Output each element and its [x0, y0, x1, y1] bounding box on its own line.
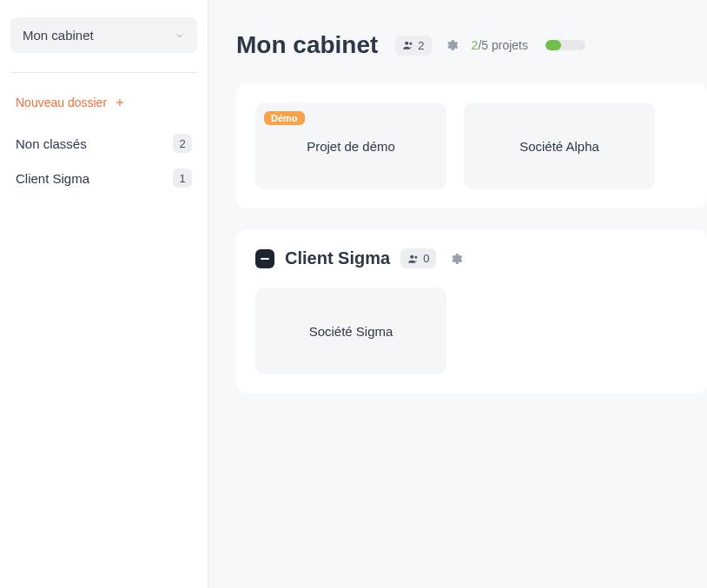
section-header: Client Sigma 0	[255, 248, 688, 268]
folder-collapse-icon[interactable]	[255, 249, 274, 268]
svg-point-2	[406, 42, 409, 45]
workspace-name: Mon cabinet	[23, 28, 94, 43]
header-meta: 2 2 / 5 projets	[395, 36, 585, 56]
main-content: Mon cabinet 2 2 / 5 projets Démo Projet	[208, 0, 707, 588]
new-folder-button[interactable]: Nouveau dossier	[10, 92, 197, 113]
minus-icon	[261, 258, 269, 260]
member-count: 2	[418, 39, 424, 52]
users-icon	[407, 253, 420, 265]
chevron-down-icon	[175, 30, 185, 41]
folder-count-badge: 1	[173, 168, 192, 188]
usage-progress-bar	[545, 40, 585, 50]
section-member-chip[interactable]: 0	[400, 248, 436, 268]
usage-total: 5 projets	[481, 38, 528, 52]
section-settings-button[interactable]	[446, 249, 466, 268]
section-title: Client Sigma	[285, 248, 390, 268]
workspace-selector[interactable]: Mon cabinet	[10, 17, 197, 53]
project-usage: 2 / 5 projets	[472, 38, 528, 52]
project-name: Société Sigma	[309, 324, 393, 339]
page-title: Mon cabinet	[236, 31, 378, 59]
sidebar: Mon cabinet Nouveau dossier Non classés …	[0, 0, 208, 588]
project-name: Société Alpha	[519, 139, 599, 154]
project-card-alpha[interactable]: Société Alpha	[464, 102, 655, 189]
folder-list: Non classés 2 Client Sigma 1	[10, 129, 197, 193]
section-unclassified: Démo Projet de démo Société Alpha	[236, 83, 707, 208]
member-count-chip[interactable]: 2	[395, 36, 431, 56]
svg-point-4	[410, 254, 413, 258]
section-client-sigma: Client Sigma 0 Société Sigma	[236, 229, 707, 393]
folder-label: Non classés	[16, 136, 87, 151]
plus-icon	[114, 96, 126, 109]
folder-count-badge: 2	[173, 134, 192, 153]
svg-point-5	[415, 255, 418, 258]
sidebar-folder-client-sigma[interactable]: Client Sigma 1	[10, 163, 197, 193]
section-member-count: 0	[423, 252, 429, 265]
project-grid: Société Sigma	[255, 287, 688, 374]
sidebar-divider	[10, 72, 197, 73]
project-name: Projet de démo	[307, 139, 395, 154]
sidebar-folder-unclassified[interactable]: Non classés 2	[10, 129, 197, 158]
gear-icon	[445, 38, 459, 52]
usage-current: 2	[472, 38, 479, 52]
page-header: Mon cabinet 2 2 / 5 projets	[236, 31, 707, 59]
users-icon	[402, 39, 414, 51]
folder-label: Client Sigma	[16, 171, 89, 186]
gear-icon	[449, 252, 463, 266]
new-folder-label: Nouveau dossier	[16, 96, 107, 109]
settings-button[interactable]	[442, 36, 461, 55]
svg-point-3	[410, 43, 413, 45]
usage-progress-fill	[545, 40, 561, 50]
project-card-sigma[interactable]: Société Sigma	[255, 287, 446, 374]
project-grid: Démo Projet de démo Société Alpha	[255, 102, 688, 189]
project-card-demo[interactable]: Démo Projet de démo	[255, 102, 446, 189]
demo-tag: Démo	[264, 111, 305, 125]
